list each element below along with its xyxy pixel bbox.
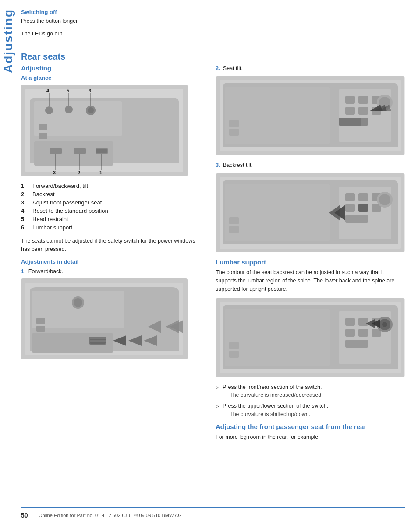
svg-rect-86 bbox=[358, 318, 368, 326]
svg-rect-52 bbox=[358, 107, 368, 115]
item-2-num: 2 bbox=[21, 191, 28, 197]
seat-tilt-svg bbox=[216, 76, 405, 155]
item-2-text: Backrest bbox=[32, 191, 55, 197]
right-column: 2. Seat tilt. bbox=[216, 64, 405, 498]
svg-point-75 bbox=[379, 194, 390, 205]
step-3-text: Backrest tilt. bbox=[223, 161, 253, 169]
item-1-text: Forward/backward, tilt bbox=[32, 183, 88, 189]
bullet-1-main: Press the front/rear section of the swit… bbox=[223, 384, 322, 390]
svg-rect-79 bbox=[358, 204, 368, 212]
svg-rect-91 bbox=[345, 340, 368, 348]
list-item-5: 5 Head restraint bbox=[21, 216, 205, 222]
adjusting-heading: Adjusting bbox=[21, 64, 205, 72]
left-column: Adjusting At a glance bbox=[21, 64, 205, 498]
item-3-text: Adjust front passenger seat bbox=[32, 199, 102, 206]
svg-rect-68 bbox=[358, 193, 368, 201]
list-item-2: 2 Backrest bbox=[21, 191, 205, 197]
sidebar: Adjusting bbox=[0, 0, 17, 532]
svg-text:2: 2 bbox=[78, 170, 80, 175]
svg-rect-77 bbox=[229, 217, 239, 224]
svg-rect-58 bbox=[229, 120, 239, 127]
svg-rect-70 bbox=[345, 204, 355, 212]
step-3-num: 3. bbox=[216, 162, 220, 168]
svg-rect-49 bbox=[358, 96, 368, 104]
item-6-text: Lumbar support bbox=[32, 224, 72, 231]
bullet-2-sub: The curvature is shifted up/down. bbox=[223, 410, 405, 419]
svg-text:1: 1 bbox=[99, 170, 102, 175]
svg-rect-78 bbox=[229, 226, 239, 233]
lumbar-bullet-list: Press the front/rear section of the swit… bbox=[216, 383, 405, 419]
main-content: Switching off Press the button longer. T… bbox=[17, 0, 418, 532]
svg-rect-97 bbox=[229, 351, 239, 358]
step-2-num: 2. bbox=[216, 65, 220, 71]
step-1-num: 1. bbox=[21, 268, 26, 275]
svg-rect-31 bbox=[90, 338, 106, 344]
adjusting-front-heading: Adjusting the front passenger seat from … bbox=[216, 423, 405, 430]
item-1-num: 1 bbox=[21, 183, 28, 189]
rear-seats-title: Rear seats bbox=[21, 52, 405, 62]
lumbar-support-body: The contour of the seat backrest can be … bbox=[216, 268, 405, 294]
svg-rect-28 bbox=[32, 291, 124, 328]
step-2-row: 2. Seat tilt. bbox=[216, 64, 405, 73]
list-item-4: 4 Reset to the standard position bbox=[21, 208, 205, 214]
step-1-row: 1. Forward/back. bbox=[21, 268, 205, 276]
svg-rect-89 bbox=[358, 329, 368, 337]
svg-point-44 bbox=[74, 298, 82, 307]
svg-rect-88 bbox=[345, 329, 355, 337]
at-a-glance-diagram: 4 5 6 3 2 bbox=[21, 85, 188, 176]
svg-rect-12 bbox=[39, 124, 47, 130]
svg-rect-51 bbox=[345, 107, 355, 115]
forward-back-diagram bbox=[21, 278, 188, 359]
footer-text: Online Edition for Part no. 01 41 2 602 … bbox=[39, 513, 182, 518]
bullet-item-2: Press the upper/lower section of the swi… bbox=[216, 402, 405, 419]
backrest-tilt-svg bbox=[216, 173, 405, 252]
bullet-1-sub: The curvature is increased/decreased. bbox=[223, 391, 405, 399]
bullet-2-main: Press the upper/lower section of the swi… bbox=[223, 403, 328, 409]
svg-rect-9 bbox=[65, 106, 73, 113]
at-a-glance-heading: At a glance bbox=[21, 74, 205, 81]
svg-text:4: 4 bbox=[46, 88, 50, 93]
svg-point-94 bbox=[382, 322, 387, 327]
lumbar-support-svg bbox=[216, 298, 405, 377]
svg-rect-48 bbox=[345, 96, 355, 104]
svg-rect-42 bbox=[36, 326, 45, 332]
lumbar-support-diagram bbox=[216, 298, 405, 377]
sidebar-label: Adjusting bbox=[1, 9, 15, 73]
list-item-1: 1 Forward/backward, tilt bbox=[21, 183, 205, 189]
step-3-row: 3. Backrest tilt. bbox=[216, 161, 405, 169]
svg-rect-5 bbox=[96, 149, 107, 153]
svg-rect-95 bbox=[225, 309, 330, 366]
svg-rect-73 bbox=[345, 215, 368, 223]
item-4-num: 4 bbox=[21, 208, 28, 214]
list-item-3: 3 Adjust front passenger seat bbox=[21, 199, 205, 206]
adjustments-detail-heading: Adjustments in detail bbox=[21, 258, 205, 265]
seat-tilt-diagram bbox=[216, 76, 405, 155]
svg-rect-41 bbox=[36, 318, 45, 324]
two-col-layout: Adjusting At a glance bbox=[21, 64, 405, 498]
svg-rect-60 bbox=[339, 118, 361, 126]
list-item-6: 6 Lumbar support bbox=[21, 224, 205, 231]
backrest-tilt-diagram bbox=[216, 173, 405, 252]
item-4-text: Reset to the standard position bbox=[32, 208, 108, 214]
svg-rect-67 bbox=[345, 193, 355, 201]
switching-off-line2: The LEDs go out. bbox=[21, 30, 405, 38]
svg-rect-8 bbox=[45, 106, 53, 114]
svg-text:3: 3 bbox=[53, 170, 56, 175]
bullet-item-1: Press the front/rear section of the swit… bbox=[216, 383, 405, 400]
svg-rect-76 bbox=[225, 184, 330, 241]
at-a-glance-svg: 4 5 6 3 2 bbox=[21, 85, 188, 176]
footer-page: 50 bbox=[21, 512, 34, 519]
adjusting-front-body: For more leg room in the rear, for examp… bbox=[216, 433, 405, 441]
switching-off-heading: Switching off bbox=[21, 9, 405, 15]
item-5-num: 5 bbox=[21, 216, 28, 222]
svg-rect-59 bbox=[229, 129, 239, 136]
svg-rect-57 bbox=[225, 87, 330, 144]
svg-rect-13 bbox=[39, 133, 47, 139]
numbered-list: 1 Forward/backward, tilt 2 Backrest 3 Ad… bbox=[21, 183, 205, 231]
safety-note: The seats cannot be adjusted if the safe… bbox=[21, 237, 205, 254]
forward-back-svg bbox=[21, 278, 188, 359]
svg-rect-7 bbox=[50, 148, 62, 154]
svg-rect-6 bbox=[74, 148, 86, 154]
item-6-num: 6 bbox=[21, 224, 28, 231]
lumbar-support-heading: Lumbar support bbox=[216, 258, 405, 266]
